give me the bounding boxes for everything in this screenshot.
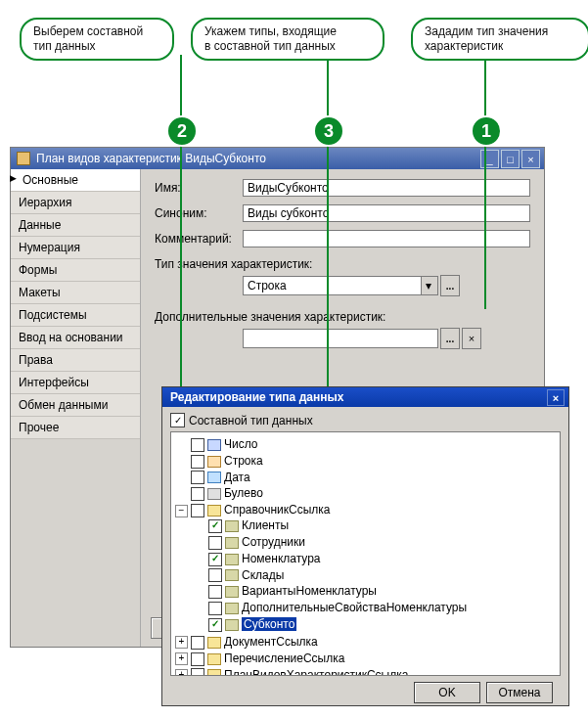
tree-item-string[interactable]: Строка — [175, 453, 558, 470]
tree-item-date[interactable]: Дата — [175, 470, 558, 486]
step-1-badge: 1 — [471, 115, 502, 147]
main-titlebar[interactable]: План видов характеристик ВидыСубконто _ … — [11, 148, 544, 169]
tree-item-clients[interactable]: Клиенты — [193, 517, 558, 534]
sidebar-item-hierarchy[interactable]: Иерархия — [11, 192, 140, 214]
window-icon — [17, 152, 30, 165]
callout-1: Зададим тип значенияхарактеристик — [411, 18, 588, 61]
callout-2: Выберем составнойтип данных — [20, 18, 174, 61]
sidebar-item-interfaces[interactable]: Интерфейсы — [11, 372, 140, 394]
callout-2-text: Выберем составнойтип данных — [33, 24, 143, 53]
tree-item-warehouses[interactable]: Склады — [193, 567, 558, 584]
checkbox-icon[interactable] — [208, 536, 222, 550]
close-button[interactable]: × — [521, 150, 540, 168]
dialog-titlebar[interactable]: Редактирование типа данных × — [162, 387, 568, 407]
tree-item-nomenclature[interactable]: Номенклатура — [193, 551, 558, 567]
date-icon — [207, 472, 221, 483]
sidebar-item-subsystems[interactable]: Подсистемы — [11, 304, 140, 327]
ref-icon — [225, 619, 239, 631]
checkbox-icon[interactable] — [208, 568, 222, 582]
composite-label: Составной тип данных — [189, 414, 313, 427]
label-valtype: Тип значения характеристик: — [155, 257, 530, 271]
step-2-badge: 2 — [166, 115, 198, 147]
step-3-badge: 3 — [313, 115, 344, 147]
type-tree[interactable]: Число Строка Дата Булево −СправочникСсыл… — [170, 431, 561, 676]
checkbox-icon[interactable] — [191, 636, 204, 650]
cancel-button[interactable]: Отмена — [486, 682, 553, 703]
minimize-button[interactable]: _ — [480, 150, 499, 168]
tree-item-subkonto[interactable]: Субконто — [193, 616, 558, 633]
sidebar-item-data[interactable]: Данные — [11, 214, 140, 237]
folder-icon — [207, 669, 221, 676]
sidebar-item-forms[interactable]: Формы — [11, 259, 140, 282]
tree-item-number[interactable]: Число — [175, 436, 558, 453]
expander-icon[interactable]: − — [175, 505, 188, 517]
label-synonym: Синоним: — [155, 206, 243, 220]
tree-item-extra-props[interactable]: ДополнительныеСвойстваНоменклатуры — [193, 600, 558, 616]
sidebar-item-templates[interactable]: Макеты — [11, 282, 140, 304]
ref-icon — [225, 586, 239, 598]
valtype-value: Строка — [244, 279, 421, 292]
sidebar: Основные Иерархия Данные Нумерация Формы… — [11, 169, 141, 647]
sidebar-item-numbering[interactable]: Нумерация — [11, 237, 140, 259]
sidebar-item-input[interactable]: Ввод на основании — [11, 327, 140, 349]
sidebar-item-rights[interactable]: Права — [11, 349, 140, 372]
checkbox-icon[interactable] — [191, 471, 204, 484]
checkbox-icon[interactable] — [208, 585, 222, 599]
sidebar-item-main[interactable]: Основные — [11, 169, 140, 192]
valtype-combo[interactable]: Строка ▾ — [243, 276, 438, 295]
tree-item-enumref[interactable]: +ПеречислениеСсылка — [175, 651, 558, 667]
label-name: Имя: — [155, 181, 243, 195]
number-icon — [207, 439, 221, 451]
extra-clear-button[interactable]: × — [462, 328, 481, 349]
checkbox-icon[interactable] — [208, 602, 222, 615]
valtype-dropdown-icon[interactable]: ▾ — [421, 277, 437, 294]
checkbox-icon[interactable] — [208, 519, 222, 533]
tree-item-bool[interactable]: Булево — [175, 485, 558, 502]
ref-icon — [225, 603, 239, 614]
extra-combo[interactable] — [243, 329, 438, 348]
folder-icon — [207, 637, 221, 649]
label-comment: Комментарий: — [155, 232, 243, 246]
tree-item-catalogref[interactable]: −СправочникСсылка Клиенты Сотрудники Ном… — [175, 502, 558, 634]
ref-icon — [225, 569, 239, 581]
callout-3: Укажем типы, входящиев составной тип дан… — [191, 18, 384, 61]
tree-item-variants[interactable]: ВариантыНоменклатуры — [193, 583, 558, 600]
string-icon — [207, 456, 221, 468]
folder-icon — [207, 653, 221, 665]
checkbox-icon[interactable] — [191, 652, 204, 666]
checkbox-icon[interactable] — [191, 455, 204, 469]
callout-3-text: Укажем типы, входящиев составной тип дан… — [204, 24, 337, 53]
ok-button[interactable]: OK — [414, 682, 480, 703]
ref-icon — [225, 554, 239, 565]
valtype-ellipsis-button[interactable]: ... — [440, 275, 460, 296]
checkbox-icon[interactable] — [191, 487, 204, 501]
expander-icon[interactable]: + — [175, 669, 188, 676]
tree-item-planref[interactable]: +ПланВидовХарактеристикСсылка — [175, 667, 558, 676]
label-extra: Дополнительные значения характеристик: — [155, 310, 530, 324]
dialog-close-button[interactable]: × — [547, 389, 565, 406]
main-title: План видов характеристик ВидыСубконто — [36, 152, 266, 165]
name-input[interactable] — [243, 179, 530, 197]
expander-icon[interactable]: + — [175, 636, 188, 649]
sidebar-item-other[interactable]: Прочее — [11, 417, 140, 439]
checkbox-icon[interactable] — [208, 618, 222, 632]
bool-icon — [207, 488, 221, 500]
tree-item-employees[interactable]: Сотрудники — [193, 534, 558, 551]
extra-ellipsis-button[interactable]: ... — [440, 328, 460, 349]
ref-icon — [225, 520, 239, 532]
comment-input[interactable] — [243, 230, 530, 247]
checkbox-icon[interactable] — [208, 553, 222, 566]
checkbox-icon[interactable] — [191, 668, 204, 676]
ref-icon — [225, 537, 239, 549]
checkbox-icon[interactable] — [191, 438, 204, 452]
checkbox-icon[interactable] — [191, 504, 204, 517]
callout-1-text: Зададим тип значенияхарактеристик — [425, 24, 548, 53]
dialog-title: Редактирование типа данных — [170, 390, 343, 404]
expander-icon[interactable]: + — [175, 652, 188, 665]
composite-checkbox[interactable]: ✓ — [170, 413, 185, 427]
tree-item-docref[interactable]: +ДокументСсылка — [175, 634, 558, 651]
folder-icon — [207, 505, 221, 517]
sidebar-item-exchange[interactable]: Обмен данными — [11, 394, 140, 417]
synonym-input[interactable] — [243, 204, 530, 222]
maximize-button[interactable]: □ — [501, 150, 520, 168]
